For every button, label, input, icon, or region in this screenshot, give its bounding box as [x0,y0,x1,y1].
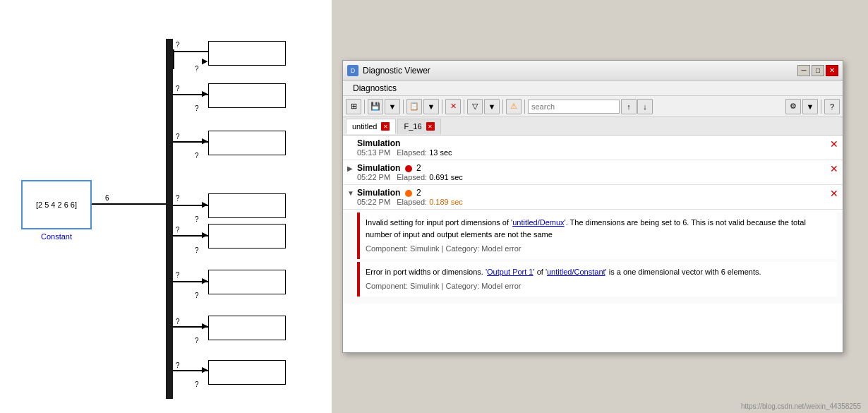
q-top-3: ? [176,133,180,140]
sim1-time: 05:13 PM Elapsed: 13 sec [357,148,837,157]
q-bot-5: ? [195,246,199,254]
sim2-expand[interactable]: ▶ [347,164,353,172]
arrow-8: ▶ [202,365,207,374]
output-wire [92,203,166,205]
sim-entry-1: Simulation 05:13 PM Elapsed: 13 sec ✕ [343,136,843,160]
h-wire-1 [173,51,208,52]
down-button[interactable]: ↓ [637,99,653,114]
filter-button[interactable]: ▽ [467,99,483,114]
content-area[interactable]: Simulation 05:13 PM Elapsed: 13 sec ✕ ▶ … [343,136,843,352]
constant-value: [2 5 4 2 6 6] [36,200,77,209]
maximize-button[interactable]: □ [812,65,824,76]
output-block-2[interactable] [208,83,286,108]
sim1-close[interactable]: ✕ [830,138,838,150]
error-1-text: Invalid setting for input port dimension… [366,217,831,240]
tab-f16-close[interactable]: ✕ [426,122,435,131]
minimize-button[interactable]: ─ [797,65,810,76]
grid-button[interactable]: ⊞ [346,99,361,114]
error-2-component: Component: Simulink | Category: Model er… [366,280,831,292]
error-link-demux[interactable]: untitled/Demux [512,218,564,227]
q-top-2: ? [176,85,180,92]
diagnostic-viewer-window: D Diagnostic Viewer ─ □ ✕ Diagnostics ⊞ … [342,60,843,353]
arrow-2: ▶ [202,89,207,98]
gear-dropdown[interactable]: ▼ [802,99,818,114]
watermark: https://blog.csdn.net/weixin_44358255 [741,402,861,410]
sim2-elapsed-value: 0.691 sec [429,173,463,181]
search-input[interactable] [528,100,620,114]
tab-untitled-close[interactable]: ✕ [381,122,390,131]
simulink-canvas: [2 5 4 2 6 6] Constant 6 ? ? ▶ ? ? ▶ ? ?… [0,0,332,413]
toolbar: ⊞ 💾 ▼ 📋 ▼ ✕ ▽ ▼ ⚠ ↑ ↓ ⚙ ▼ ? [343,96,843,117]
help-button[interactable]: ? [824,99,840,114]
separator-1 [364,100,365,114]
output-block-5[interactable] [208,224,286,249]
filter-dropdown[interactable]: ▼ [484,99,500,114]
error-detail-2: Error in port widths or dimensions. 'Out… [357,262,837,297]
output-block-4[interactable] [208,193,286,218]
output-block-7[interactable] [208,316,286,340]
window-title: Diagnostic Viewer [363,66,796,76]
sim3-title: Simulation [357,188,400,198]
separator-2 [403,100,404,114]
output-block-1[interactable] [208,41,286,66]
error-1-component: Component: Simulink | Category: Model er… [366,243,831,255]
q-bot-4: ? [195,215,199,223]
error-link-constant[interactable]: untitled/Constant [547,268,605,276]
sim3-time: 05:22 PM Elapsed: 0.189 sec [357,198,837,206]
error-link-outputport[interactable]: Output Port 1 [487,268,533,276]
sim-entry-3: ▼ Simulation 2 05:22 PM Elapsed: 0.189 s… [343,185,843,210]
sim2-close[interactable]: ✕ [830,163,838,174]
sim1-timestamp: 05:13 PM [357,148,390,157]
output-block-8[interactable] [208,360,286,385]
arrow-5: ▶ [202,230,207,239]
warn-button[interactable]: ⚠ [506,99,522,114]
sim2-error-dot [405,165,412,172]
expanded-errors: Invalid setting for input port dimension… [343,213,843,304]
sim2-count: 2 [416,163,421,173]
sim1-elapsed-label: Elapsed: [397,148,427,157]
app-icon: D [347,65,358,76]
sim3-close[interactable]: ✕ [830,188,838,199]
q-bot-2: ? [195,104,199,112]
error-detail-1: Invalid setting for input port dimension… [357,213,837,259]
sim1-title: Simulation [357,138,400,148]
q-top-6: ? [176,271,180,279]
copy-button[interactable]: 📋 [406,99,422,114]
output-block-3[interactable] [208,131,286,155]
title-bar: D Diagnostic Viewer ─ □ ✕ [343,61,843,80]
separator-4 [464,100,464,114]
sim2-timestamp: 05:22 PM [357,173,390,181]
save-button[interactable]: 💾 [368,99,383,114]
gear-button[interactable]: ⚙ [785,99,801,114]
delete-button[interactable]: ✕ [445,99,461,114]
copy-dropdown[interactable]: ▼ [423,99,439,114]
output-block-6[interactable] [208,270,286,294]
close-button[interactable]: ✕ [826,65,838,76]
q-top-5: ? [176,226,180,234]
q-top-4: ? [176,194,180,202]
arrow-1: ▶ [202,56,207,66]
sim2-time: 05:22 PM Elapsed: 0.691 sec [357,173,837,181]
tab-f16[interactable]: F_16 ✕ [397,119,440,134]
q-top-1: ? [176,41,180,49]
sim3-elapsed-label: Elapsed: [397,198,427,206]
arrow-7: ▶ [202,321,207,330]
tabs-bar: untitled ✕ F_16 ✕ [343,117,843,136]
q-bot-6: ? [195,292,199,299]
tab-untitled[interactable]: untitled ✕ [346,119,396,134]
bus-bar [166,39,173,399]
q-top-7: ? [176,318,180,325]
q-bot-8: ? [195,381,199,388]
sim3-expand[interactable]: ▼ [347,189,354,197]
constant-label: Constant [41,232,72,241]
q-bot-7: ? [195,337,199,345]
constant-block[interactable]: [2 5 4 2 6 6] Constant [21,180,92,229]
save-dropdown[interactable]: ▼ [385,99,400,114]
error-2-text: Error in port widths or dimensions. 'Out… [366,266,831,278]
separator-5 [502,100,503,114]
sim2-title: Simulation [357,163,400,173]
up-button[interactable]: ↑ [621,99,637,114]
menu-diagnostics[interactable]: Diagnostics [347,83,402,94]
menu-bar: Diagnostics [343,80,843,96]
sim3-count: 2 [416,188,421,198]
